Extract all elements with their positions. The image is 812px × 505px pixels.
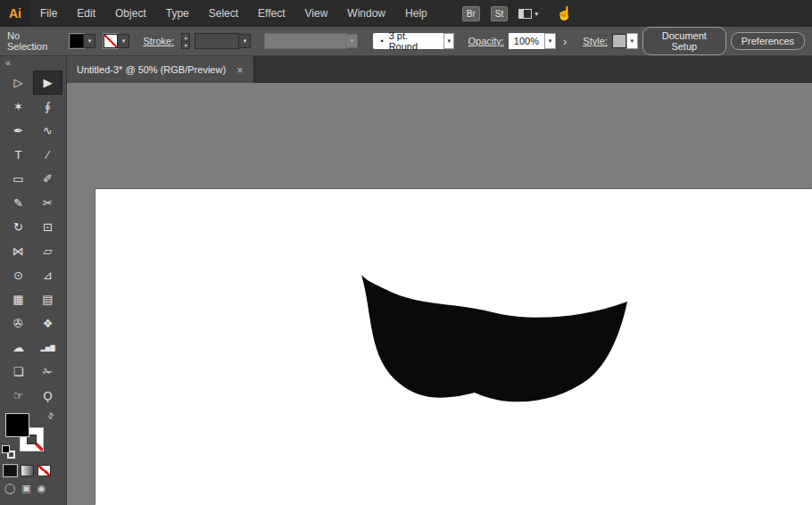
menu-bar: Ai FileEditObjectTypeSelectEffectViewWin…: [0, 0, 812, 27]
eyedropper-tool[interactable]: ✇: [4, 311, 33, 335]
chevron-down-icon[interactable]: ▾: [84, 34, 95, 48]
menu-type[interactable]: Type: [156, 0, 199, 27]
stroke-weight-field[interactable]: [195, 33, 239, 49]
color-button[interactable]: [4, 465, 17, 476]
brush-definition-field[interactable]: • 3 pt. Round: [373, 33, 443, 49]
chevron-down-icon[interactable]: ▾: [544, 33, 556, 49]
stroke-weight-combo[interactable]: ▾: [195, 33, 251, 49]
menu-object[interactable]: Object: [105, 0, 156, 27]
touch-workspace-icon[interactable]: ☝: [556, 5, 573, 21]
width-tool[interactable]: ⋈: [4, 239, 33, 263]
menu-select[interactable]: Select: [199, 0, 248, 27]
free-transform-tool[interactable]: ▱: [33, 239, 62, 263]
brush-dot-icon: •: [380, 37, 383, 46]
style-swatch[interactable]: [612, 34, 626, 48]
chevron-down-icon[interactable]: ▾: [626, 33, 638, 49]
collapse-double-chevron-icon: «: [5, 57, 11, 68]
graphic-style-combo[interactable]: ▾: [612, 33, 638, 49]
fill-color-control[interactable]: ▾: [70, 34, 95, 48]
symbol-sprayer-tool[interactable]: ☁: [4, 335, 33, 360]
mesh-icon: ▦: [12, 293, 23, 306]
rotate-tool[interactable]: ↻: [4, 215, 33, 239]
document-setup-button[interactable]: Document Setup: [642, 27, 726, 55]
chevron-down-icon[interactable]: ▾: [239, 34, 251, 48]
gradient-tool[interactable]: ▤: [33, 287, 62, 311]
opacity-label[interactable]: Opacity:: [468, 36, 503, 46]
type-tool[interactable]: T: [4, 143, 33, 167]
blend-tool[interactable]: ❖: [33, 311, 62, 335]
menu-effect[interactable]: Effect: [248, 0, 294, 27]
preferences-button[interactable]: Preferences: [731, 32, 805, 50]
swap-fill-stroke-icon[interactable]: ⇄: [46, 410, 56, 421]
bridge-button[interactable]: Br: [462, 6, 480, 21]
blend-icon: ❖: [43, 317, 54, 330]
tools-collapse-button[interactable]: «: [0, 56, 66, 70]
menu-file[interactable]: File: [30, 0, 67, 27]
fill-swatch[interactable]: [70, 34, 84, 48]
artboard-tool[interactable]: ❏: [4, 360, 33, 384]
stroke-none-swatch[interactable]: [104, 34, 118, 48]
scissors-tool[interactable]: ✂: [33, 191, 62, 215]
stroke-label[interactable]: Stroke:: [143, 36, 174, 46]
style-label[interactable]: Style:: [583, 36, 608, 46]
workspace-switcher[interactable]: ▾: [518, 9, 538, 19]
menu-view[interactable]: View: [295, 0, 338, 27]
opacity-combo[interactable]: 100% ▾: [509, 33, 556, 49]
magic-wand-icon: ✶: [13, 100, 23, 113]
pen-tool[interactable]: ✒: [4, 119, 33, 143]
menu-items: FileEditObjectTypeSelectEffectViewWindow…: [30, 0, 437, 27]
stroke-weight-stepper[interactable]: ▴ ▾: [181, 33, 190, 49]
selection-tool[interactable]: ▶: [33, 70, 62, 95]
curvature-tool[interactable]: ∿: [33, 119, 62, 143]
stepper-down-icon[interactable]: ▾: [181, 41, 190, 49]
close-icon[interactable]: ×: [236, 63, 244, 77]
perspective-grid-tool[interactable]: ⊿: [33, 263, 62, 287]
chevron-down-icon[interactable]: ▾: [118, 34, 129, 48]
slice-icon: ✁: [43, 365, 53, 378]
stepper-up-icon[interactable]: ▴: [181, 33, 190, 41]
eyedropper-icon: ✇: [13, 317, 23, 330]
stroke-color-control[interactable]: ▾: [104, 34, 129, 48]
scale-tool[interactable]: ⊡: [33, 215, 62, 239]
mesh-tool[interactable]: ▦: [4, 287, 33, 311]
column-graph-tool[interactable]: ▂▅▇: [33, 335, 62, 360]
brush-definition-combo[interactable]: • 3 pt. Round ▾: [362, 33, 454, 49]
lasso-tool[interactable]: ∮: [33, 95, 62, 119]
draw-normal-mode[interactable]: ◯: [4, 483, 15, 494]
direct-selection-tool[interactable]: ▷: [4, 70, 33, 95]
chevron-right-icon[interactable]: ›: [563, 35, 567, 48]
opacity-field[interactable]: 100%: [509, 33, 544, 49]
line-segment-tool[interactable]: ∕: [33, 143, 62, 167]
menu-window[interactable]: Window: [337, 0, 395, 27]
none-button[interactable]: [37, 465, 51, 476]
fill-swatch-large[interactable]: [5, 413, 29, 437]
document-tab[interactable]: Untitled-3* @ 50% (RGB/Preview) ×: [67, 56, 254, 83]
draw-behind-mode[interactable]: ▣: [21, 483, 30, 494]
rectangle-tool[interactable]: ▭: [4, 167, 33, 191]
menu-help[interactable]: Help: [395, 0, 437, 27]
shape-builder-tool[interactable]: ⊙: [4, 263, 33, 287]
menu-edit[interactable]: Edit: [67, 0, 105, 27]
lasso-icon: ∮: [45, 100, 51, 113]
hand-tool[interactable]: ☞: [4, 384, 33, 408]
illustrator-logo[interactable]: Ai: [0, 0, 30, 27]
canvas-area[interactable]: [67, 83, 812, 505]
pencil-tool[interactable]: ✎: [4, 191, 33, 215]
hand-icon: ☞: [13, 389, 24, 402]
paintbrush-tool[interactable]: ✐: [33, 167, 62, 191]
variable-width-profile-combo: ▾: [264, 33, 358, 49]
chevron-down-icon[interactable]: ▾: [443, 33, 454, 49]
default-fill-stroke-button[interactable]: [2, 445, 15, 459]
tools-grid: ▷▶✶∮✒∿T∕▭✐✎✂↻⊡⋈▱⊙⊿▦▤✇❖☁▂▅▇❏✁☞Ϙ: [0, 70, 66, 408]
black-vector-shape[interactable]: [361, 275, 627, 402]
gradient-button[interactable]: [21, 465, 34, 476]
zoom-icon: Ϙ: [43, 389, 52, 402]
stock-button[interactable]: St: [491, 6, 508, 21]
zoom-tool[interactable]: Ϙ: [33, 384, 62, 408]
pencil-icon: ✎: [13, 196, 23, 210]
draw-inside-mode[interactable]: ◉: [37, 483, 46, 494]
default-fill-icon: [2, 445, 10, 453]
magic-wand-tool[interactable]: ✶: [4, 95, 33, 119]
workspace-layout-icon: [518, 9, 532, 19]
slice-tool[interactable]: ✁: [33, 360, 62, 384]
